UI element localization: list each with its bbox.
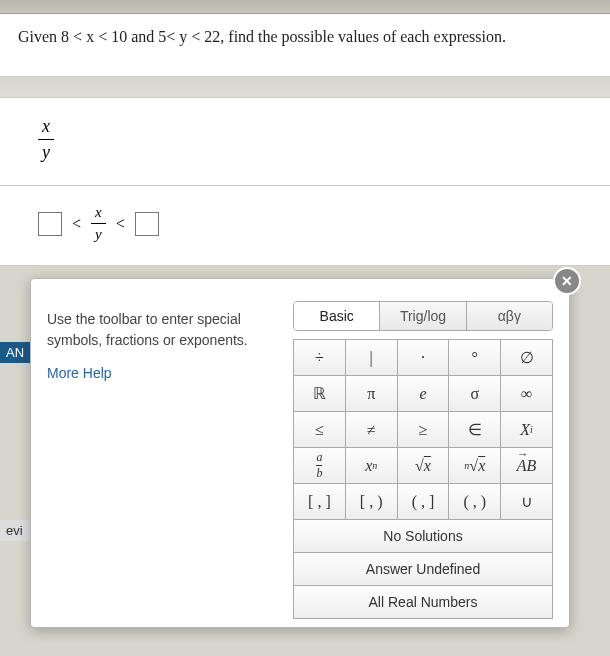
sym-leq[interactable]: ≤ <box>294 412 346 448</box>
symbol-toolbar-panel: ✕ Use the toolbar to enter special symbo… <box>30 278 570 628</box>
answer-fraction: x y <box>91 204 106 243</box>
panel-instructions: Use the toolbar to enter special symbols… <box>47 309 277 381</box>
sym-neq[interactable]: ≠ <box>346 412 398 448</box>
tab-basic[interactable]: Basic <box>294 302 380 330</box>
sym-e[interactable]: e <box>398 376 450 412</box>
phrase-all-reals[interactable]: All Real Numbers <box>293 586 553 619</box>
sym-sigma[interactable]: σ <box>449 376 501 412</box>
phrase-undefined[interactable]: Answer Undefined <box>293 553 553 586</box>
question-text: Given 8 < x < 10 and 5< y < 22, find the… <box>0 14 610 77</box>
upper-bound-input[interactable] <box>135 212 159 236</box>
divider-strip <box>0 77 610 97</box>
sym-geq[interactable]: ≥ <box>398 412 450 448</box>
answer-template-row: < x y < <box>0 186 610 266</box>
lower-bound-input[interactable] <box>38 212 62 236</box>
less-than-2: < <box>116 215 125 233</box>
sym-open-closed[interactable]: ( , ] <box>398 484 450 520</box>
sym-union[interactable]: ∪ <box>501 484 553 520</box>
phrase-buttons: No Solutions Answer Undefined All Real N… <box>293 520 553 619</box>
sym-dot[interactable]: · <box>398 340 450 376</box>
sym-real[interactable]: ℝ <box>294 376 346 412</box>
sym-infinity[interactable]: ∞ <box>501 376 553 412</box>
fraction-denominator: y <box>38 139 54 163</box>
palette-tabs: Basic Trig/log αβγ <box>293 301 553 331</box>
sym-divide[interactable]: ÷ <box>294 340 346 376</box>
window-top-bar <box>0 0 610 14</box>
answer-frac-num: x <box>91 204 106 223</box>
sym-fraction[interactable]: ab <box>294 448 346 484</box>
expression-display: x y <box>0 97 610 186</box>
side-tab-evi[interactable]: evi <box>0 520 29 541</box>
side-tab-an[interactable]: AN <box>0 342 30 363</box>
sym-pipe[interactable]: | <box>346 340 398 376</box>
less-than-1: < <box>72 215 81 233</box>
phrase-no-solutions[interactable]: No Solutions <box>293 520 553 553</box>
symbol-palette: Basic Trig/log αβγ ÷ | · ° ∅ ℝ π e σ ∞ ≤… <box>293 301 553 619</box>
sym-x-sub-i[interactable]: Xi <box>501 412 553 448</box>
sym-sqrt[interactable]: √x <box>398 448 450 484</box>
sym-x-power-n[interactable]: xn <box>346 448 398 484</box>
sym-empty-set[interactable]: ∅ <box>501 340 553 376</box>
tab-greek[interactable]: αβγ <box>467 302 552 330</box>
sym-vector-ab[interactable]: →AB <box>501 448 553 484</box>
symbol-grid: ÷ | · ° ∅ ℝ π e σ ∞ ≤ ≠ ≥ ∈ Xi ab xn √x … <box>293 339 553 520</box>
tab-trig-log[interactable]: Trig/log <box>380 302 466 330</box>
sym-pi[interactable]: π <box>346 376 398 412</box>
sym-degree[interactable]: ° <box>449 340 501 376</box>
expression-fraction: x y <box>38 116 54 163</box>
instruction-text: Use the toolbar to enter special symbols… <box>47 309 277 351</box>
more-help-link[interactable]: More Help <box>47 365 277 381</box>
answer-frac-den: y <box>91 223 106 243</box>
sym-closed-closed[interactable]: [ , ] <box>294 484 346 520</box>
sym-nth-root[interactable]: n√x <box>449 448 501 484</box>
sym-element[interactable]: ∈ <box>449 412 501 448</box>
question-content: Given 8 < x < 10 and 5< y < 22, find the… <box>18 28 506 45</box>
sym-closed-open[interactable]: [ , ) <box>346 484 398 520</box>
close-icon[interactable]: ✕ <box>553 267 581 295</box>
fraction-numerator: x <box>38 116 54 139</box>
sym-open-open[interactable]: ( , ) <box>449 484 501 520</box>
